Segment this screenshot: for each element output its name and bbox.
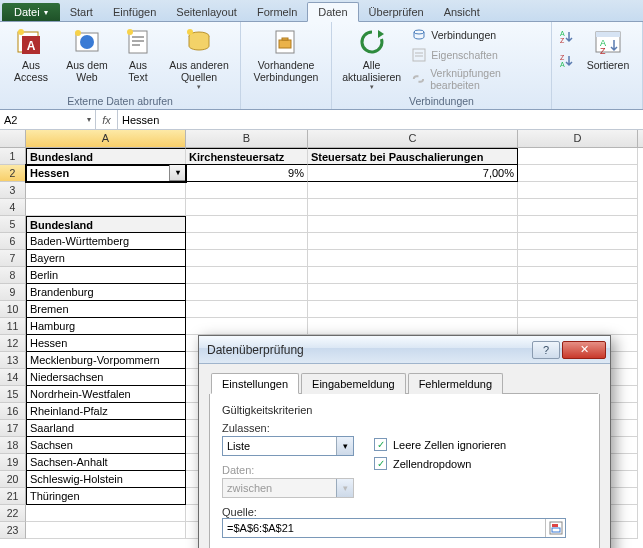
dropdown-handle[interactable]: ▾	[169, 165, 186, 181]
row-header[interactable]: 23	[0, 522, 26, 539]
cell[interactable]	[186, 284, 308, 301]
cell[interactable]	[518, 318, 638, 335]
sort-desc-button[interactable]: ZA	[558, 52, 574, 70]
row-header[interactable]: 19	[0, 454, 26, 471]
row-header[interactable]: 7	[0, 250, 26, 267]
cell[interactable]	[308, 199, 518, 216]
from-access-button[interactable]: A Aus Access	[6, 24, 56, 83]
cell[interactable]: Schleswig-Holstein	[26, 471, 186, 488]
formula-input[interactable]: Hessen	[118, 110, 643, 129]
cell[interactable]: Thüringen	[26, 488, 186, 505]
cell[interactable]	[308, 216, 518, 233]
cell[interactable]	[186, 267, 308, 284]
cell[interactable]: Bundesland	[26, 148, 186, 165]
cell[interactable]	[308, 267, 518, 284]
cell[interactable]: Nordrhein-Westfalen	[26, 386, 186, 403]
from-web-button[interactable]: Aus dem Web	[62, 24, 112, 83]
cell[interactable]	[518, 148, 638, 165]
cell[interactable]	[518, 301, 638, 318]
refresh-all-button[interactable]: Alle aktualisieren ▾	[338, 24, 405, 91]
cell[interactable]: Baden-Württemberg	[26, 233, 186, 250]
cell[interactable]	[518, 165, 638, 182]
tab-formeln[interactable]: Formeln	[247, 3, 307, 21]
range-picker-button[interactable]	[545, 519, 565, 537]
row-header[interactable]: 16	[0, 403, 26, 420]
cell[interactable]	[26, 522, 186, 539]
cell[interactable]	[518, 216, 638, 233]
cell[interactable]: 7,00%	[308, 165, 518, 182]
close-button[interactable]: ✕	[562, 341, 606, 359]
col-header-c[interactable]: C	[308, 130, 518, 147]
name-box[interactable]: A2 ▾	[0, 110, 96, 129]
cell[interactable]	[186, 233, 308, 250]
tab-start[interactable]: Start	[60, 3, 103, 21]
tab-settings[interactable]: Einstellungen	[211, 373, 299, 394]
file-tab[interactable]: Datei ▾	[2, 3, 60, 21]
row-header[interactable]: 1	[0, 148, 26, 165]
tab-error-alert[interactable]: Fehlermeldung	[408, 373, 503, 394]
cell[interactable]	[308, 233, 518, 250]
allow-combo[interactable]: Liste ▾	[222, 436, 354, 456]
cell[interactable]	[186, 301, 308, 318]
cell[interactable]	[186, 199, 308, 216]
cell[interactable]	[308, 284, 518, 301]
cell[interactable]	[518, 250, 638, 267]
cell[interactable]: Brandenburg	[26, 284, 186, 301]
from-text-button[interactable]: Aus Text	[118, 24, 158, 83]
tab-input-message[interactable]: Eingabemeldung	[301, 373, 406, 394]
cell[interactable]	[186, 250, 308, 267]
row-header[interactable]: 9	[0, 284, 26, 301]
cell[interactable]: Rheinland-Pfalz	[26, 403, 186, 420]
row-header[interactable]: 10	[0, 301, 26, 318]
sort-asc-button[interactable]: AZ	[558, 28, 574, 46]
sort-button[interactable]: AZ Sortieren	[580, 24, 636, 72]
cell[interactable]	[518, 267, 638, 284]
cell[interactable]: Hamburg	[26, 318, 186, 335]
help-button[interactable]: ?	[532, 341, 560, 359]
row-header[interactable]: 2	[0, 165, 26, 182]
row-header[interactable]: 18	[0, 437, 26, 454]
row-header[interactable]: 14	[0, 369, 26, 386]
row-header[interactable]: 6	[0, 233, 26, 250]
tab-seitenlayout[interactable]: Seitenlayout	[166, 3, 247, 21]
tab-ansicht[interactable]: Ansicht	[434, 3, 490, 21]
from-other-button[interactable]: Aus anderen Quellen ▾	[164, 24, 234, 91]
cell[interactable]	[26, 505, 186, 522]
cell[interactable]: 9%	[186, 165, 308, 182]
active-cell[interactable]: Hessen ▾	[26, 165, 186, 182]
cell[interactable]	[308, 182, 518, 199]
cell[interactable]	[26, 182, 186, 199]
fx-icon[interactable]: fx	[96, 110, 118, 129]
row-header[interactable]: 3	[0, 182, 26, 199]
row-header[interactable]: 12	[0, 335, 26, 352]
tab-ueberpruefen[interactable]: Überprüfen	[359, 3, 434, 21]
row-header[interactable]: 4	[0, 199, 26, 216]
col-header-d[interactable]: D	[518, 130, 638, 147]
row-header[interactable]: 15	[0, 386, 26, 403]
row-header[interactable]: 22	[0, 505, 26, 522]
cell[interactable]: Sachsen-Anhalt	[26, 454, 186, 471]
cell[interactable]	[518, 233, 638, 250]
row-header[interactable]: 11	[0, 318, 26, 335]
cell[interactable]	[308, 250, 518, 267]
cell[interactable]: Bayern	[26, 250, 186, 267]
row-header[interactable]: 17	[0, 420, 26, 437]
cell[interactable]: Niedersachsen	[26, 369, 186, 386]
row-header[interactable]: 20	[0, 471, 26, 488]
cell[interactable]	[518, 284, 638, 301]
tab-einfuegen[interactable]: Einfügen	[103, 3, 166, 21]
cell[interactable]: Hessen	[26, 335, 186, 352]
cell[interactable]: Saarland	[26, 420, 186, 437]
tab-daten[interactable]: Daten	[307, 2, 358, 22]
row-header[interactable]: 21	[0, 488, 26, 505]
cell[interactable]	[26, 199, 186, 216]
cell[interactable]	[308, 301, 518, 318]
row-header[interactable]: 5	[0, 216, 26, 233]
worksheet-grid[interactable]: A B C D 1 Bundesland Kirchensteuersatz S…	[0, 130, 643, 539]
cell[interactable]: Mecklenburg-Vorpommern	[26, 352, 186, 369]
select-all-corner[interactable]	[0, 130, 26, 147]
cell[interactable]: Berlin	[26, 267, 186, 284]
cell[interactable]: Bremen	[26, 301, 186, 318]
source-input[interactable]: =$A$6:$A$21	[222, 518, 566, 538]
cell[interactable]	[186, 216, 308, 233]
